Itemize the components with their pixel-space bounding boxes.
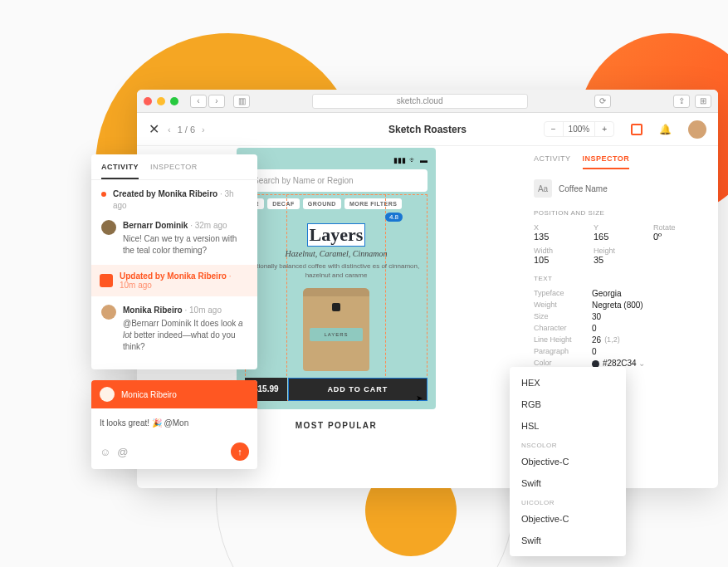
- dropdown-item-hex[interactable]: HEX: [510, 372, 626, 393]
- maximize-icon[interactable]: [170, 97, 178, 105]
- y-label: Y: [594, 223, 643, 232]
- weight-value: Negreta (800): [592, 301, 643, 310]
- rating-badge: 4.8: [385, 213, 403, 222]
- dropdown-item-swift[interactable]: Swift: [510, 530, 626, 551]
- user-avatar[interactable]: [688, 120, 706, 139]
- brand-logo-icon: [332, 303, 340, 311]
- cursor-icon: ➤: [416, 393, 423, 403]
- dropdown-item-objc[interactable]: Objective-C: [510, 508, 626, 530]
- wifi-icon: ᯤ: [409, 156, 417, 164]
- dropdown-item-rgb[interactable]: RGB: [510, 393, 626, 415]
- close-button[interactable]: ✕: [149, 121, 159, 137]
- section-position-heading: POSITION AND SIZE: [534, 209, 703, 217]
- user-avatar: [101, 305, 116, 320]
- page-prev-button[interactable]: ‹: [168, 125, 171, 134]
- typeface-value: Georgia: [592, 289, 622, 298]
- activity-feed: Created by Monika Ribeiro · 3h ago Berna…: [91, 180, 257, 369]
- inspector-panel: ACTIVITY INSPECTOR Aa Coffee Name POSITI…: [519, 146, 718, 379]
- size-value: 30: [592, 312, 601, 321]
- line-height-sub: (1,2): [604, 335, 620, 345]
- activity-time: · 10m ago: [184, 305, 221, 315]
- dropdown-group-uicolor: UICOLOR: [510, 494, 626, 508]
- app-toolbar: ✕ ‹ 1 / 6 › Sketch Roasters − 100% + 🔔: [137, 113, 718, 146]
- width-value: 105: [534, 255, 584, 265]
- section-text-heading: TEXT: [534, 275, 703, 282]
- color-format-dropdown: HEX RGB HSL NSCOLOR Objective-C Swift UI…: [510, 367, 626, 556]
- composer-input[interactable]: It looks great! 🎉 @Mon: [91, 408, 257, 437]
- signal-icon: ▮▮▮: [393, 156, 406, 164]
- zoom-control: − 100% +: [544, 121, 614, 137]
- zoom-value: 100%: [563, 122, 596, 136]
- height-value: 35: [594, 255, 643, 265]
- update-icon: [100, 274, 113, 287]
- activity-title: Updated by Monika Ribeiro: [120, 271, 227, 281]
- page-next-button[interactable]: ›: [202, 125, 205, 134]
- activity-item: Monika Ribeiro · 10m ago @Bernarr Domini…: [101, 305, 247, 353]
- dropdown-item-swift[interactable]: Swift: [510, 472, 626, 494]
- page-indicator: 1 / 6: [178, 125, 195, 134]
- x-value: 135: [534, 232, 584, 242]
- mention-icon[interactable]: @: [117, 446, 128, 458]
- close-icon[interactable]: [144, 97, 152, 105]
- text-layer-icon: Aa: [534, 179, 552, 198]
- search-input[interactable]: Search by Name or Region: [245, 169, 428, 192]
- dropdown-item-hsl[interactable]: HSL: [510, 415, 626, 437]
- x-label: X: [534, 223, 584, 232]
- line-height-value: 26: [592, 335, 601, 345]
- activity-author: Bernarr Dominik: [123, 221, 188, 230]
- artboard-canvas: ▮▮▮ ᯤ ▬ Search by Name or Region AR DECA…: [237, 148, 436, 480]
- inspector-toggle-icon[interactable]: [631, 124, 642, 135]
- tab-inspector[interactable]: INSPECTOR: [150, 163, 198, 179]
- window-controls[interactable]: [144, 97, 178, 105]
- product-card: 4.8 Layers Hazelnut, Caramel, Cinnamon p…: [245, 216, 428, 401]
- composer-header: Monica Ribeiro: [91, 380, 257, 408]
- rotate-value: 0º: [653, 232, 703, 242]
- weight-label: Weight: [534, 301, 592, 310]
- product-image: LAYERS: [303, 288, 369, 371]
- composer-toolbar: ☺ @ ↑: [91, 437, 257, 469]
- inspector-tabs: ACTIVITY INSPECTOR: [534, 154, 703, 169]
- layer-name: Coffee Name: [559, 184, 608, 193]
- character-label: Character: [534, 324, 592, 333]
- activity-body: Nice! Can we try a version with the teal…: [123, 233, 247, 257]
- tab-activity[interactable]: ACTIVITY: [534, 154, 571, 169]
- tabs-icon[interactable]: ⊞: [695, 95, 711, 108]
- height-label: Height: [594, 247, 643, 255]
- activity-item-highlight[interactable]: Updated by Monika Ribeiro · 10m ago: [91, 265, 257, 296]
- zoom-out-button[interactable]: −: [545, 122, 563, 136]
- add-to-cart-button[interactable]: ADD TO CART: [288, 378, 428, 401]
- y-value: 165: [594, 232, 643, 242]
- tab-inspector[interactable]: INSPECTOR: [583, 154, 630, 169]
- nav-forward-button[interactable]: ›: [208, 95, 225, 108]
- paragraph-label: Paragraph: [534, 347, 592, 356]
- width-label: Width: [534, 247, 584, 255]
- size-label: Size: [534, 312, 592, 321]
- composer-author: Monica Ribeiro: [121, 390, 177, 399]
- share-icon[interactable]: ⇪: [673, 95, 690, 108]
- reader-icon[interactable]: ⟳: [594, 95, 611, 108]
- section-heading: MOST POPULAR: [237, 409, 436, 435]
- tab-activity[interactable]: ACTIVITY: [101, 163, 139, 179]
- activity-item: Created by Monika Ribeiro · 3h ago: [101, 188, 247, 212]
- product-title-text[interactable]: Layers: [308, 224, 365, 246]
- mobile-statusbar: ▮▮▮ ᯤ ▬: [245, 156, 428, 164]
- typeface-label: Typeface: [534, 289, 592, 298]
- paragraph-value: 0: [592, 347, 597, 356]
- event-dot-icon: [101, 192, 106, 197]
- send-button[interactable]: ↑: [231, 442, 249, 461]
- activity-title: Created by Monika Ribeiro: [113, 189, 217, 198]
- activity-panel: ACTIVITY INSPECTOR Created by Monika Rib…: [91, 154, 257, 369]
- dropdown-item-objc[interactable]: Objective-C: [510, 451, 626, 472]
- artboard[interactable]: ▮▮▮ ᯤ ▬ Search by Name or Region AR DECA…: [237, 148, 436, 409]
- nav-back-button[interactable]: ‹: [190, 95, 207, 108]
- selected-layer-row[interactable]: Aa Coffee Name: [534, 179, 703, 198]
- activity-time: · 32m ago: [190, 221, 227, 230]
- sidebar-toggle-icon[interactable]: ▥: [233, 95, 250, 108]
- minimize-icon[interactable]: [157, 97, 165, 105]
- emoji-icon[interactable]: ☺: [100, 446, 110, 458]
- browser-titlebar: ‹ › ▥ sketch.cloud ⟳ ⇪ ⊞: [137, 90, 718, 113]
- address-bar[interactable]: sketch.cloud: [312, 94, 528, 109]
- notifications-icon[interactable]: 🔔: [659, 124, 672, 135]
- comment-composer: Monica Ribeiro It looks great! 🎉 @Mon ☺ …: [91, 380, 257, 469]
- zoom-in-button[interactable]: +: [595, 122, 613, 136]
